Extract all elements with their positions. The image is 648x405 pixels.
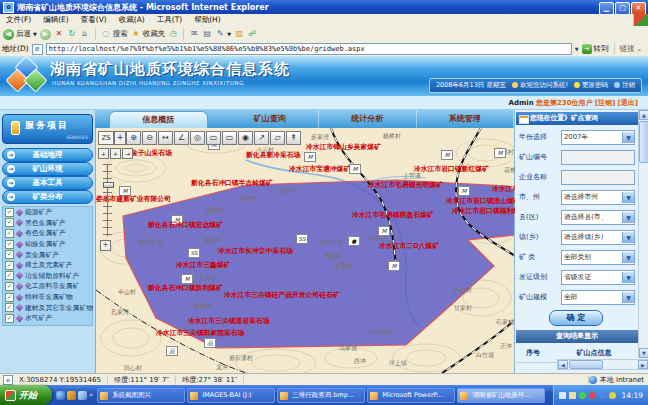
search-button[interactable]: ◌ 搜索 (101, 29, 128, 39)
checkbox-checked-icon[interactable]: ✓ (5, 208, 14, 217)
links-chevron-icon[interactable]: » (638, 46, 642, 53)
go-button[interactable]: → 转到 (582, 44, 609, 54)
links-label[interactable]: 链接 (620, 44, 635, 54)
mine-marker-icon[interactable]: M (304, 152, 316, 162)
eraser-tool[interactable]: ▱ (270, 131, 285, 145)
menu-tools[interactable]: 工具(T) (151, 15, 188, 25)
mine-label[interactable]: 冷水江市毛易镇光明煤矿 (368, 180, 443, 190)
zoom-slider-plus-button[interactable]: + (100, 240, 111, 251)
mine-label[interactable]: 冷水江市三尖镇硅产品开发公司硅石矿 (224, 290, 340, 300)
taskbar-window-button[interactable]: 三维行政查询.bmp... (277, 388, 365, 403)
select-rect-tool[interactable]: ▭ (206, 131, 221, 145)
blue-status-tray-icon[interactable] (599, 392, 606, 399)
dropdown-arrow-icon[interactable]: ▼ (622, 272, 634, 283)
red-status-tray-icon[interactable] (589, 392, 596, 399)
edit-button[interactable]: ✎▼ (215, 29, 231, 39)
checkbox-checked-icon[interactable]: ✓ (5, 303, 14, 312)
display-tray-icon[interactable] (559, 392, 566, 399)
layer-checkbox-item[interactable]: ✓ 有色金属矿产 (3, 228, 92, 239)
mine-marker-icon[interactable]: M (388, 261, 400, 271)
quicklaunch-chevron-icon[interactable]: » (89, 391, 93, 399)
menu-help[interactable]: 帮助(H) (188, 15, 227, 25)
pan-tool[interactable]: ↔ (158, 131, 173, 145)
address-dropdown-icon[interactable]: ▼ (575, 46, 579, 52)
zoom-slider-handle[interactable] (103, 182, 114, 188)
show-desktop-icon[interactable] (78, 391, 87, 400)
checkbox-checked-icon[interactable]: ✓ (5, 261, 14, 270)
draw-tool[interactable]: ↗ (254, 131, 269, 145)
logout-link[interactable]: 注销 (614, 81, 635, 90)
field-control[interactable]: 全部 ▼ (561, 290, 635, 305)
mine-label[interactable]: 冷水江市岩口镇浪山煤矿 (446, 196, 515, 206)
field-control[interactable]: 省级发证 ▼ (561, 270, 635, 285)
mine-label[interactable]: 冷水江市三尖镇道岩采石场 (188, 316, 270, 326)
mine-label[interactable]: 新化县石冲口镇胜利煤矿 (148, 283, 223, 293)
zoom-slider[interactable] (103, 164, 112, 236)
mine-label[interactable]: 新化县石冲口镇宏达煤矿 (148, 220, 223, 230)
mail-button[interactable]: ✉ (189, 29, 199, 39)
tab-mine-query[interactable]: 矿山查询 (222, 110, 320, 128)
nav-plus-button[interactable]: + (98, 148, 109, 159)
taskbar-window-button[interactable]: IMAGES-BAI (J:) (187, 388, 275, 403)
mine-marker-icon[interactable]: M (458, 186, 470, 196)
layer-checkbox-item[interactable]: ✓ 特种非金属矿物 (3, 292, 92, 303)
dropdown-arrow-icon[interactable]: ▼ (622, 292, 634, 303)
mine-label[interactable]: 冷水江市三尖镇阳家院采石场 (156, 328, 244, 338)
mine-marker-icon[interactable]: M (349, 164, 361, 174)
refresh-button[interactable]: ↻ (67, 29, 77, 39)
mine-label[interactable]: 冷水江市宝塘冲煤矿 (289, 164, 350, 174)
layer-checkbox-item[interactable]: ✓ 铂族金属矿产 (3, 239, 92, 250)
identify-tool[interactable]: ◉ (238, 131, 253, 145)
history-button[interactable]: ◷ (168, 29, 178, 39)
sidebar-section-base-geography[interactable]: ➔基础地理 (2, 148, 93, 162)
scroll-up-icon[interactable]: ▲ (639, 110, 648, 120)
mine-label[interactable]: 冷水江市岩口镇新红煤矿 (414, 164, 489, 174)
mine-marker-icon[interactable]: 品 (166, 346, 178, 356)
layer-checkbox-item[interactable]: ✓ 能源矿产 (3, 207, 92, 218)
field-control[interactable]: ▼ (561, 170, 635, 185)
taskbar-window-button[interactable]: Microsoft PowerP... (367, 388, 455, 403)
zoom-out-tool[interactable]: ⊖ (142, 131, 157, 145)
update-tray-icon[interactable] (569, 392, 576, 399)
mine-label[interactable]: 金子山采石场 (131, 148, 172, 158)
checkbox-checked-icon[interactable]: ✓ (5, 282, 14, 291)
checkbox-checked-icon[interactable]: ✓ (5, 314, 14, 323)
mine-marker-icon[interactable]: 品 (204, 338, 216, 348)
mine-marker-icon[interactable]: SS (188, 248, 200, 258)
dropdown-arrow-icon[interactable]: ▼ (622, 212, 634, 223)
checkbox-checked-icon[interactable]: ✓ (5, 240, 14, 249)
mine-label[interactable]: 新化县石冲口镇半古岭煤矿 (191, 178, 273, 188)
layer-checkbox-item[interactable]: ✓ 稀土及元素矿产 (3, 260, 92, 271)
checkbox-checked-icon[interactable]: ✓ (5, 229, 14, 238)
forward-button[interactable]: ▶ (40, 29, 51, 40)
user-links[interactable]: [注销] [退出] (595, 99, 638, 107)
back-button[interactable]: ◀ 后退 ▼ (3, 29, 37, 40)
layer-checkbox-item[interactable]: ✓ 水气矿产 (3, 313, 92, 324)
mine-marker-icon[interactable]: M (494, 148, 506, 158)
mine-label[interactable]: 冷水江市岩口镇福利煤矿 (452, 206, 515, 216)
favorites-button[interactable]: ★ 收藏夹 (131, 29, 166, 39)
mine-label[interactable]: 冷水江市锑山煤矿 (492, 184, 515, 194)
sidebar-section-mine-environment[interactable]: ➔矿山环境 (2, 162, 93, 176)
messenger-button[interactable]: ☍ (247, 29, 257, 39)
checkbox-checked-icon[interactable]: ✓ (5, 293, 14, 302)
field-control[interactable]: ▼ (561, 150, 635, 165)
field-control[interactable]: 请选择市州 ▼ (561, 190, 635, 205)
mine-marker-icon[interactable]: M (441, 150, 453, 160)
nav-arrow-button[interactable]: → (122, 148, 133, 159)
measure-tool[interactable]: ∠ (174, 131, 189, 145)
nav-plus-button[interactable]: + (110, 148, 121, 159)
field-control[interactable]: 请选择镇(乡) ▼ (561, 230, 635, 245)
scroll-right-icon[interactable]: ▶ (638, 360, 648, 369)
menu-favorites[interactable]: 收藏(A) (113, 15, 151, 25)
print-button[interactable]: ▤ (202, 29, 212, 39)
vertical-scrollbar[interactable]: ▲ ▼ (638, 110, 648, 358)
yellow-status-tray-icon[interactable] (609, 392, 616, 399)
field-control[interactable]: 全部类别 ▼ (561, 250, 635, 265)
scroll-down-icon[interactable]: ▼ (639, 348, 648, 358)
layer-checkbox-item[interactable]: ✓ 冶金辅助原料矿产 (3, 271, 92, 282)
taskbar-window-button[interactable]: 湖南省矿山地质环... (457, 388, 545, 403)
clear-selection-tool[interactable]: ▭ (222, 131, 237, 145)
mine-label[interactable]: 冷水江市铎山乡吴家煤矿 (306, 142, 381, 152)
home-button[interactable]: ⌂ (80, 29, 90, 39)
